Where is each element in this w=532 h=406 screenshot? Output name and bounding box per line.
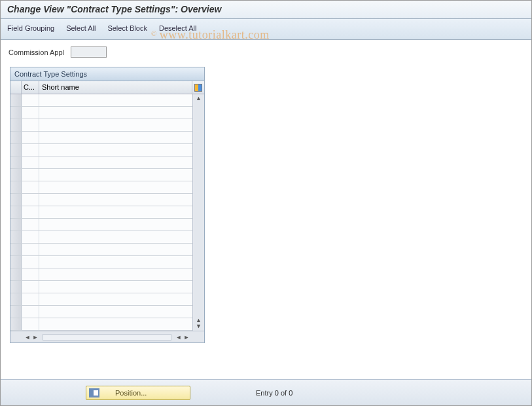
field-grouping-button[interactable]: Field Grouping: [7, 24, 54, 34]
table-config-button[interactable]: [192, 81, 204, 94]
commission-appl-row: Commission Appl: [1, 40, 531, 62]
scroll-left-icon[interactable]: ◄: [24, 334, 31, 341]
row-selector[interactable]: [10, 318, 22, 330]
action-toolbar: Field Grouping Select All Select Block D…: [1, 19, 531, 40]
row-selector[interactable]: [10, 306, 22, 318]
position-button[interactable]: Position...: [86, 386, 190, 400]
row-selector[interactable]: [10, 256, 22, 268]
select-all-button[interactable]: Select All: [66, 24, 96, 34]
table-row[interactable]: [10, 231, 192, 244]
table-row[interactable]: [10, 268, 192, 281]
commission-appl-label: Commission Appl: [9, 48, 64, 56]
row-selector[interactable]: [10, 119, 22, 131]
row-selector[interactable]: [10, 169, 22, 181]
table-row[interactable]: [10, 94, 192, 107]
horizontal-scrollbar[interactable]: ◄ ► ◄ ►: [10, 331, 204, 342]
column-short-name[interactable]: Short name: [39, 81, 192, 94]
scroll-left-icon[interactable]: ◄: [175, 334, 182, 341]
table-row[interactable]: [10, 119, 192, 132]
row-selector[interactable]: [10, 107, 22, 119]
table-row[interactable]: [10, 318, 192, 331]
table-body: [10, 94, 192, 331]
row-selector[interactable]: [10, 206, 22, 218]
title-bar: Change View "Contract Type Settings": Ov…: [1, 1, 531, 19]
position-icon: [89, 388, 99, 397]
table-row[interactable]: [10, 219, 192, 231]
table-row[interactable]: [10, 194, 192, 206]
row-selector[interactable]: [10, 94, 22, 106]
deselect-all-button[interactable]: Deselect All: [159, 24, 196, 34]
row-selector[interactable]: [10, 144, 22, 156]
table-row[interactable]: [10, 107, 192, 119]
scroll-right-icon[interactable]: ►: [183, 334, 190, 341]
table-row[interactable]: [10, 157, 192, 169]
table-row[interactable]: [10, 306, 192, 318]
table-column-header: C... Short name: [10, 81, 204, 94]
row-selector[interactable]: [10, 157, 22, 168]
row-selector[interactable]: [10, 132, 22, 143]
table-row[interactable]: [10, 132, 192, 144]
row-selector-header[interactable]: [10, 81, 22, 94]
scroll-up-icon[interactable]: ▲: [196, 96, 202, 101]
table-row[interactable]: [10, 281, 192, 293]
table-row[interactable]: [10, 256, 192, 268]
vertical-scrollbar[interactable]: ▲ ▲ ▼: [192, 94, 204, 331]
page-title: Change View "Contract Type Settings": Ov…: [7, 4, 525, 14]
commission-appl-value[interactable]: [71, 46, 107, 58]
row-selector[interactable]: [10, 181, 22, 193]
row-selector[interactable]: [10, 231, 22, 243]
table-row[interactable]: [10, 144, 192, 157]
select-block-button[interactable]: Select Block: [107, 24, 147, 34]
row-selector[interactable]: [10, 268, 22, 280]
scroll-right-icon[interactable]: ►: [32, 334, 39, 341]
table-row[interactable]: [10, 244, 192, 256]
scroll-down-icon[interactable]: ▼: [196, 323, 202, 329]
table-row[interactable]: [10, 169, 192, 181]
entry-count-text: Entry 0 of 0: [256, 389, 293, 397]
column-c[interactable]: C...: [22, 81, 39, 94]
footer-bar: Position... Entry 0 of 0: [1, 379, 531, 405]
table-row[interactable]: [10, 181, 192, 194]
table-row[interactable]: [10, 293, 192, 306]
panel-title: Contract Type Settings: [10, 67, 204, 81]
scroll-track[interactable]: [43, 334, 171, 341]
row-selector[interactable]: [10, 293, 22, 305]
contract-type-table: Contract Type Settings C... Short name: [10, 67, 205, 343]
table-layout-icon: [194, 84, 202, 92]
row-selector[interactable]: [10, 281, 22, 293]
table-row[interactable]: [10, 206, 192, 219]
row-selector[interactable]: [10, 194, 22, 206]
row-selector[interactable]: [10, 244, 22, 255]
row-selector[interactable]: [10, 219, 22, 231]
position-label: Position...: [115, 389, 147, 397]
